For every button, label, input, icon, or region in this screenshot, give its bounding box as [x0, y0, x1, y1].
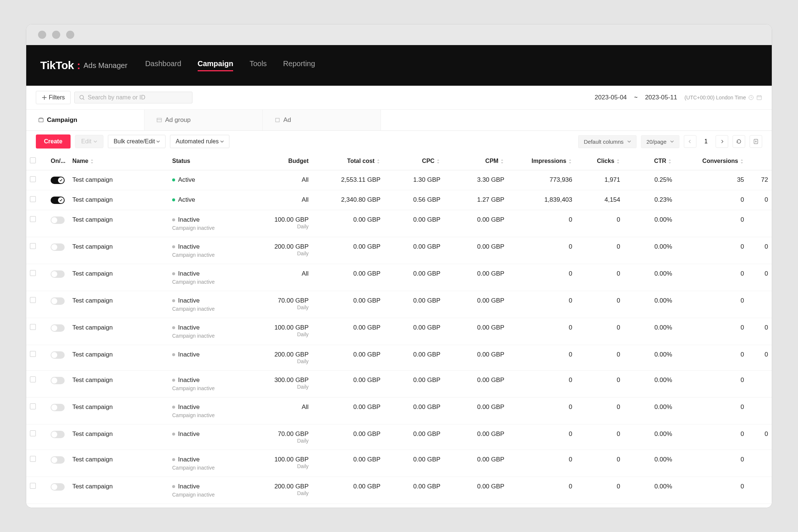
row-checkbox[interactable]: [30, 483, 36, 489]
traffic-minimize-icon[interactable]: [52, 31, 60, 39]
table-row[interactable]: Test campaign InactiveCampaign inactive …: [26, 318, 772, 345]
col-conversions[interactable]: Conversions: [676, 152, 748, 170]
row-checkbox[interactable]: [30, 297, 36, 303]
row-toggle[interactable]: [51, 243, 65, 251]
nav-item-campaign[interactable]: Campaign: [198, 59, 233, 71]
table-row[interactable]: Test campaign InactiveCampaign inactive …: [26, 210, 772, 237]
row-checkbox[interactable]: [30, 243, 36, 249]
export-button[interactable]: [750, 135, 762, 148]
budget-subtext: Daily: [256, 358, 308, 364]
cell-name[interactable]: Test campaign: [69, 237, 168, 264]
date-range-end[interactable]: 2023-05-11: [641, 92, 681, 103]
col-ctr[interactable]: CTR: [624, 152, 676, 170]
table-row[interactable]: Test campaign InactiveCampaign inactive …: [26, 450, 772, 477]
cell-name[interactable]: Test campaign: [69, 318, 168, 345]
chevron-right-icon: [720, 140, 724, 143]
row-toggle[interactable]: [51, 297, 65, 305]
row-toggle[interactable]: [51, 197, 65, 204]
row-checkbox[interactable]: [30, 403, 36, 409]
row-checkbox[interactable]: [30, 456, 36, 462]
row-toggle[interactable]: [51, 216, 65, 224]
row-checkbox[interactable]: [30, 176, 36, 182]
row-toggle[interactable]: [51, 456, 65, 464]
row-toggle[interactable]: [51, 270, 65, 278]
row-checkbox[interactable]: [30, 324, 36, 330]
cell-name[interactable]: Test campaign: [69, 264, 168, 291]
status-text: Inactive: [178, 483, 200, 490]
col-cpm[interactable]: CPM: [444, 152, 508, 170]
cell-name[interactable]: Test campaign: [69, 291, 168, 318]
row-toggle[interactable]: [51, 351, 65, 359]
row-checkbox[interactable]: [30, 376, 36, 382]
columns-select[interactable]: Default columns: [578, 135, 637, 148]
date-range-start[interactable]: 2023-05-04: [591, 92, 631, 103]
page-next-button[interactable]: [716, 135, 728, 148]
table-row[interactable]: Test campaign InactiveCampaign inactive …: [26, 477, 772, 504]
nav-item-reporting[interactable]: Reporting: [283, 59, 315, 71]
row-toggle[interactable]: [51, 483, 65, 491]
col-onoff[interactable]: On/...: [47, 152, 68, 170]
row-toggle[interactable]: [51, 431, 65, 438]
level-tab-ad[interactable]: Ad: [263, 110, 381, 130]
table-row[interactable]: Test campaign Inactive 200.00 GBPDaily 0…: [26, 345, 772, 371]
cell-clicks: 0: [576, 504, 624, 508]
create-button[interactable]: Create: [36, 134, 71, 149]
table-row[interactable]: Test campaign InactiveCampaign inactive …: [26, 237, 772, 264]
table-row[interactable]: Test campaign Active All 2,553.11 GBP 1.…: [26, 170, 772, 190]
col-impressions[interactable]: Impressions: [508, 152, 576, 170]
search-input[interactable]: [88, 94, 188, 101]
nav-item-dashboard[interactable]: Dashboard: [145, 59, 181, 71]
traffic-zoom-icon[interactable]: [66, 31, 74, 39]
table-row[interactable]: Test campaign InactiveCampaign inactive …: [26, 264, 772, 291]
col-budget[interactable]: Budget: [252, 152, 312, 170]
timezone-label[interactable]: (UTC+00:00) London Time: [685, 95, 762, 100]
table-row[interactable]: Test campaign Active All 2,340.80 GBP 0.…: [26, 190, 772, 210]
col-clicks[interactable]: Clicks: [576, 152, 624, 170]
cell-name[interactable]: Test campaign: [69, 210, 168, 237]
row-checkbox[interactable]: [30, 351, 36, 357]
col-total-cost[interactable]: Total cost: [312, 152, 384, 170]
cell-name[interactable]: Test campaign: [69, 477, 168, 504]
filters-button[interactable]: Filters: [36, 91, 71, 104]
table-row[interactable]: Test campaign InactiveCampaign inactive …: [26, 371, 772, 398]
row-checkbox[interactable]: [30, 196, 36, 202]
table-row[interactable]: Test campaign InactiveCampaign inactive …: [26, 291, 772, 318]
col-name[interactable]: Name: [69, 152, 168, 170]
cell-name[interactable]: Test campaign: [69, 190, 168, 210]
cell-impressions: 0: [508, 477, 576, 504]
cell-name[interactable]: Test campaign: [69, 345, 168, 371]
automated-rules-button[interactable]: Automated rules: [170, 135, 229, 148]
col-cpc[interactable]: CPC: [384, 152, 444, 170]
level-tab-ad-group[interactable]: Ad group: [144, 110, 263, 130]
table-row[interactable]: Test campaign Inactive 300.00 GBPDaily 0…: [26, 504, 772, 508]
table-row[interactable]: Test campaign Inactive 70.00 GBPDaily 0.…: [26, 424, 772, 450]
row-checkbox[interactable]: [30, 430, 36, 436]
page-prev-button[interactable]: [684, 135, 696, 148]
cell-name[interactable]: Test campaign: [69, 398, 168, 424]
table-row[interactable]: Test campaign InactiveCampaign inactive …: [26, 398, 772, 424]
search-input-container[interactable]: [74, 92, 192, 103]
status-subtext: Campaign inactive: [172, 385, 249, 391]
nav-item-tools[interactable]: Tools: [249, 59, 267, 71]
cell-name[interactable]: Test campaign: [69, 450, 168, 477]
traffic-close-icon[interactable]: [38, 31, 46, 39]
level-tab-campaign[interactable]: Campaign: [26, 110, 144, 130]
row-toggle[interactable]: [51, 324, 65, 332]
row-toggle[interactable]: [51, 177, 65, 184]
cell-clicks: 0: [576, 237, 624, 264]
select-all-checkbox[interactable]: [30, 157, 36, 163]
cell-name[interactable]: Test campaign: [69, 371, 168, 398]
bulk-create-edit-button[interactable]: Bulk create/Edit: [108, 135, 166, 148]
refresh-button[interactable]: [733, 135, 745, 148]
row-toggle[interactable]: [51, 377, 65, 384]
col-status[interactable]: Status: [168, 152, 252, 170]
cell-name[interactable]: Test campaign: [69, 504, 168, 508]
cell-name[interactable]: Test campaign: [69, 424, 168, 450]
row-checkbox[interactable]: [30, 270, 36, 276]
action-toolbar: Create Edit Bulk create/Edit Automated r…: [26, 131, 772, 152]
row-toggle[interactable]: [51, 404, 65, 411]
pagesize-select[interactable]: 20/page: [641, 135, 679, 148]
page-number-input[interactable]: 1: [699, 138, 713, 145]
row-checkbox[interactable]: [30, 216, 36, 222]
cell-name[interactable]: Test campaign: [69, 170, 168, 190]
